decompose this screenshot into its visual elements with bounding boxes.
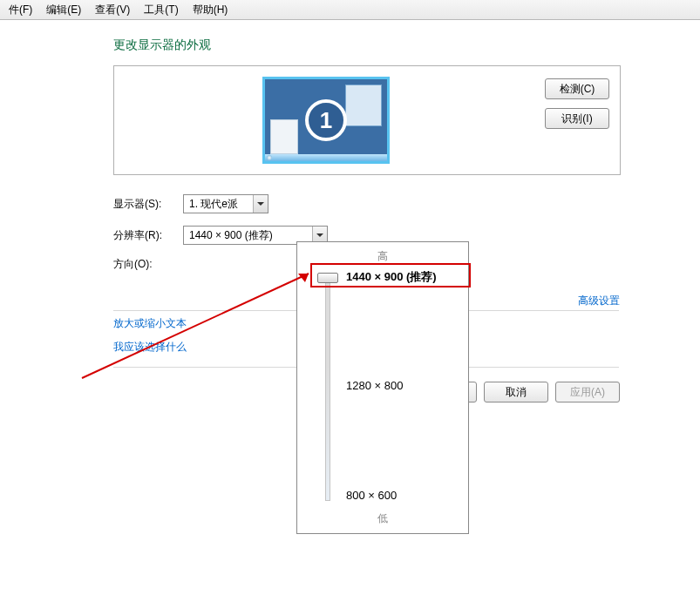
- preview-start-icon: [267, 155, 272, 160]
- menu-help[interactable]: 帮助(H): [186, 1, 235, 19]
- display-combobox[interactable]: 1. 现代e派: [183, 194, 268, 213]
- slider-track: [325, 276, 330, 501]
- which-settings-link[interactable]: 我应该选择什么: [113, 340, 187, 355]
- monitor-preview-1[interactable]: 1: [262, 77, 390, 164]
- resolution-slider[interactable]: 1440 × 900 (推荐) 1280 × 800 800 × 600: [297, 267, 468, 508]
- help-links: 放大或缩小文本 我应该选择什么: [113, 316, 187, 363]
- monitor-arrangement-box: 1 检测(C) 识别(I): [113, 65, 621, 175]
- preview-window-icon: [345, 85, 382, 126]
- apply-button-label: 应用(A): [570, 386, 605, 398]
- advanced-settings-link[interactable]: 高级设置: [578, 294, 620, 308]
- menu-view[interactable]: 查看(V): [88, 1, 137, 19]
- zoom-text-link[interactable]: 放大或缩小文本: [113, 316, 187, 331]
- content-area: 更改显示器的外观 1 检测(C) 识别(I) 显示器(S): 1. 现代e派 分…: [0, 20, 700, 272]
- slider-high-label: 高: [297, 249, 468, 264]
- menubar: 件(F) 编辑(E) 查看(V) 工具(T) 帮助(H): [0, 0, 700, 20]
- display-label: 显示器(S):: [113, 197, 183, 212]
- resolution-label: 分辨率(R):: [113, 228, 183, 243]
- resolution-combobox-value: 1440 × 900 (推荐): [189, 228, 273, 243]
- identify-button[interactable]: 识别(I): [545, 108, 609, 129]
- detect-button-label: 检测(C): [560, 83, 595, 95]
- slider-low-label: 低: [297, 511, 468, 526]
- cancel-button-label: 取消: [506, 386, 527, 398]
- chevron-down-icon: [253, 195, 268, 213]
- page-title: 更改显示器的外观: [113, 37, 700, 53]
- slider-option-800x600[interactable]: 800 × 600: [346, 489, 397, 502]
- menu-edit[interactable]: 编辑(E): [39, 1, 88, 19]
- slider-thumb[interactable]: [317, 273, 338, 283]
- slider-option-1280x800[interactable]: 1280 × 800: [346, 379, 403, 392]
- resolution-slider-popup: 高 1440 × 900 (推荐) 1280 × 800 800 × 600 低: [296, 241, 469, 534]
- apply-button: 应用(A): [555, 382, 620, 402]
- monitor-side-buttons: 检测(C) 识别(I): [545, 78, 609, 129]
- preview-window2-icon: [270, 119, 298, 154]
- monitor-number-badge: 1: [305, 99, 347, 141]
- menu-file[interactable]: 件(F): [2, 1, 39, 19]
- slider-option-1440x900[interactable]: 1440 × 900 (推荐): [346, 269, 437, 285]
- identify-button-label: 识别(I): [561, 112, 592, 125]
- cancel-button[interactable]: 取消: [484, 382, 548, 402]
- menu-tools[interactable]: 工具(T): [137, 1, 185, 19]
- orientation-label: 方向(O):: [113, 257, 183, 272]
- preview-taskbar-icon: [265, 154, 387, 161]
- display-combobox-value: 1. 现代e派: [189, 197, 238, 212]
- detect-button[interactable]: 检测(C): [545, 78, 609, 99]
